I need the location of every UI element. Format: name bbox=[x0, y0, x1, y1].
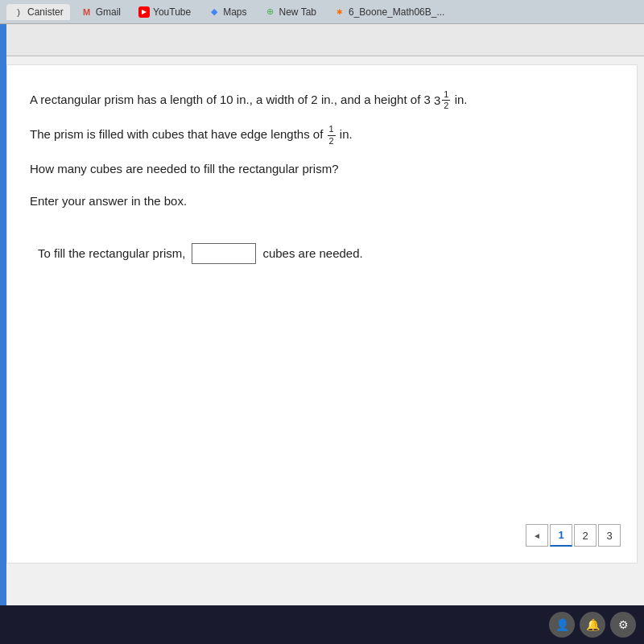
tab-canister-label: Canister bbox=[27, 6, 64, 18]
question-line4-text: Enter your answer in the box. bbox=[30, 194, 187, 208]
tab-math[interactable]: ✱ 6_Boone_Math06B_... bbox=[328, 4, 451, 20]
newtab-icon: ⊕ bbox=[265, 6, 276, 18]
tab-maps-label: Maps bbox=[223, 6, 246, 18]
frac2-numerator: 1 bbox=[328, 124, 336, 135]
prev-arrow-icon: ◄ bbox=[533, 531, 541, 540]
frac2-denominator: 2 bbox=[328, 136, 336, 147]
tab-newtab-label: New Tab bbox=[279, 6, 316, 18]
question-line4: Enter your answer in the box. bbox=[30, 192, 614, 211]
question-line2: The prism is filled with cubes that have… bbox=[30, 124, 614, 146]
taskbar: 👤 🔔 ⚙ bbox=[0, 605, 644, 644]
answer-pre-text: To fill the rectangular prism, bbox=[38, 246, 185, 260]
nav-bar bbox=[0, 24, 644, 56]
pagination-prev[interactable]: ◄ bbox=[526, 524, 548, 547]
fraction-2: 1 2 bbox=[328, 124, 336, 146]
question-line2-post: in. bbox=[340, 127, 353, 141]
question-panel: A rectangular prism has a length of 10 i… bbox=[6, 64, 638, 564]
tab-gmail-label: Gmail bbox=[96, 6, 121, 18]
question-line3-text: How many cubes are needed to fill the re… bbox=[30, 162, 339, 175]
frac1-denominator: 2 bbox=[442, 101, 450, 111]
tab-gmail[interactable]: M Gmail bbox=[75, 4, 127, 20]
tab-newtab[interactable]: ⊕ New Tab bbox=[258, 4, 323, 20]
pagination-page2[interactable]: 2 bbox=[574, 524, 597, 547]
question-line1: A rectangular prism has a length of 10 i… bbox=[30, 89, 614, 111]
pagination-page1[interactable]: 1 bbox=[550, 524, 572, 547]
tab-canister[interactable]: ) Canister bbox=[6, 4, 70, 20]
frac1-numerator: 1 bbox=[442, 89, 450, 101]
tab-maps[interactable]: ◆ Maps bbox=[202, 4, 253, 20]
math-icon: ✱ bbox=[334, 6, 345, 18]
taskbar-icon-1[interactable]: 👤 bbox=[549, 612, 575, 638]
accent-bar bbox=[0, 24, 6, 644]
youtube-icon: ▶ bbox=[138, 6, 150, 18]
question-line3: How many cubes are needed to fill the re… bbox=[30, 159, 614, 179]
pagination-page3[interactable]: 3 bbox=[598, 524, 621, 547]
taskbar-icon-2[interactable]: 🔔 bbox=[580, 612, 605, 638]
fraction-1: 1 2 bbox=[442, 89, 450, 111]
page1-label: 1 bbox=[558, 529, 564, 541]
mixed-number-1: 3 1 2 bbox=[434, 89, 451, 111]
canister-icon: ) bbox=[13, 6, 24, 18]
pagination: ◄ 1 2 3 bbox=[526, 524, 621, 547]
mixed-whole: 3 bbox=[434, 91, 440, 110]
tab-bar: ) Canister M Gmail ▶ YouTube ◆ Maps ⊕ Ne… bbox=[0, 0, 644, 24]
page3-label: 3 bbox=[606, 530, 612, 542]
answer-input[interactable] bbox=[192, 243, 256, 264]
answer-row: To fill the rectangular prism, cubes are… bbox=[30, 243, 614, 264]
question-line1-post: in. bbox=[455, 93, 468, 106]
question-line1-pre: A rectangular prism has a length of 10 i… bbox=[30, 93, 431, 106]
taskbar-icon-3[interactable]: ⚙ bbox=[610, 612, 636, 638]
question-line2-pre: The prism is filled with cubes that have… bbox=[30, 127, 323, 141]
page2-label: 2 bbox=[582, 530, 588, 542]
gmail-icon: M bbox=[81, 6, 93, 18]
tab-youtube-label: YouTube bbox=[153, 6, 191, 18]
maps-icon: ◆ bbox=[208, 6, 220, 18]
tab-math-label: 6_Boone_Math06B_... bbox=[349, 6, 444, 18]
answer-post-text: cubes are needed. bbox=[262, 246, 362, 260]
tab-youtube[interactable]: ▶ YouTube bbox=[132, 4, 197, 20]
